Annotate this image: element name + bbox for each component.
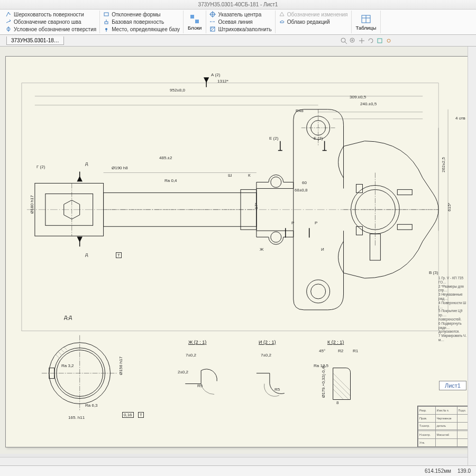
- title-bar: 373УН35.0301-40СБ-181 - Лист1: [0, 0, 476, 10]
- svg-point-26: [387, 39, 390, 42]
- drawing-notes: 1 Гр. V - КП 735 ГО… 2 *Размеры для спр……: [438, 276, 470, 342]
- status-bar: 614.152мм 139.0: [0, 465, 476, 476]
- dim-k-r2: R1: [353, 349, 358, 353]
- dim-k-r1: R2: [338, 349, 343, 353]
- cloud-icon: [279, 19, 285, 25]
- zoom-window-icon[interactable]: [349, 37, 356, 44]
- dim-dd-datum: Т: [138, 412, 144, 418]
- svg-point-5: [105, 28, 107, 30]
- dim-h615: 615*: [447, 203, 452, 211]
- svg-rect-49: [397, 189, 412, 195]
- ref-I: И: [321, 247, 324, 252]
- label-Zh: Ж (2 : 1): [188, 340, 206, 345]
- svg-line-14: [210, 27, 215, 31]
- svg-rect-27: [22, 83, 438, 331]
- pan-icon[interactable]: [358, 37, 365, 44]
- svg-line-85: [333, 379, 351, 396]
- ribbon-group-annotations: Шероховатость поверхности Обозначение св…: [2, 11, 100, 33]
- ref-B: В (3): [429, 270, 438, 275]
- ribbon-blocks[interactable]: Блоки: [184, 11, 207, 33]
- ribbon-change-mark[interactable]: Обозначение изменения: [278, 11, 349, 18]
- ref-A: А (2): [211, 72, 220, 77]
- vertical-scrollbar[interactable]: [468, 47, 476, 465]
- ribbon-hole[interactable]: Условное обозначение отверстия: [4, 25, 97, 33]
- dim-i-r: R5: [274, 387, 280, 392]
- horizontal-scrollbar[interactable]: [0, 457, 468, 465]
- main-drawing: [6, 57, 470, 447]
- dim-dia: Ø190 h8: [112, 166, 128, 170]
- ref-T: Т: [116, 252, 122, 258]
- ribbon-center-mark[interactable]: Указатель центра: [208, 11, 272, 18]
- ribbon-roughness[interactable]: Шероховатость поверхности: [4, 11, 97, 18]
- dim-dd-d1: Ø156 h17: [118, 356, 123, 375]
- sheet-tab[interactable]: Лист1: [439, 381, 466, 390]
- svg-rect-3: [105, 22, 108, 24]
- zoom-fit-icon[interactable]: [340, 37, 347, 44]
- dim-h262: 262±2,5: [441, 157, 446, 172]
- svg-line-84: [333, 373, 351, 391]
- svg-marker-57: [78, 177, 82, 181]
- dim-right1: 309.±0,5: [350, 95, 366, 99]
- dim-k-w: 8: [336, 400, 338, 405]
- ribbon-datum-location[interactable]: Место, определяющее базу: [102, 25, 181, 33]
- view-icons: [340, 37, 392, 44]
- page-tab[interactable]: 373УН35.0301-18…: [6, 36, 64, 45]
- axis-icon: [209, 19, 216, 25]
- ribbon-weld[interactable]: Обозначение сварного шва: [4, 18, 97, 25]
- dim-right2: 240.±0,5: [360, 102, 377, 106]
- svg-line-21: [345, 42, 347, 44]
- drawing-canvas[interactable]: 1312* 952±8,0 309.±0,5 240.±0,5 R48 485.…: [0, 47, 476, 454]
- ribbon-base-surface[interactable]: Базовая поверхность: [102, 18, 181, 25]
- weld-icon: [5, 19, 12, 25]
- dim-r48: R48: [296, 108, 304, 113]
- dim-mid: 485.±2: [159, 155, 172, 160]
- dim-dd-gd: 0,16: [122, 412, 134, 418]
- hole-icon: [5, 26, 12, 32]
- roughness-icon: [5, 11, 12, 17]
- dim-zh-b: 2±0,2: [178, 370, 188, 374]
- dim-tol: 17*: [254, 203, 259, 209]
- status-coord1: 614.152мм: [425, 468, 451, 474]
- label-DD: Д-Д: [64, 315, 72, 320]
- ribbon-centerline[interactable]: Осевая линия: [208, 18, 272, 25]
- svg-point-38: [271, 232, 281, 242]
- dim-dd-ra1: Ra 3,2: [61, 363, 74, 368]
- svg-rect-2: [104, 13, 108, 16]
- ref-D1: Д: [85, 161, 88, 166]
- svg-line-15: [210, 27, 213, 29]
- dim-k-d: Ø179.+0,32(-0,4): [321, 365, 326, 398]
- svg-marker-55: [204, 78, 208, 82]
- ribbon-revision-cloud[interactable]: Облако редакций: [278, 18, 349, 25]
- datum-icon: [103, 26, 109, 32]
- center-icon: [209, 11, 216, 17]
- ref-E1: Е (2): [269, 136, 278, 141]
- ref-D2: Д: [85, 252, 88, 257]
- svg-rect-50: [397, 224, 412, 230]
- ribbon-form-deviation[interactable]: Отклонение формы: [102, 11, 181, 18]
- svg-marker-16: [280, 12, 284, 16]
- ribbon-group-revision: Обозначение изменения Облако редакций: [276, 11, 352, 33]
- drawing-sheet: 1312* 952±8,0 309.±0,5 240.±0,5 R48 485.…: [5, 56, 471, 447]
- svg-point-43: [307, 280, 330, 303]
- view-toolbar: 373УН35.0301-18…: [0, 35, 476, 47]
- ref-Zh: Ж: [260, 247, 263, 252]
- ref-P1: Р: [291, 221, 294, 225]
- dim-ra: Ra 0,4: [164, 178, 177, 183]
- dim-overall: 1312*: [217, 79, 228, 84]
- title-block: Разр.Изм.№ п.Подп. Пров.Чертежное Т.конт…: [417, 406, 470, 447]
- ribbon-group-form: Отклонение формы Базовая поверхность Мес…: [100, 11, 184, 33]
- ribbon-hatch[interactable]: Штриховка/заполнить: [208, 25, 272, 33]
- rotate-icon[interactable]: [367, 37, 374, 44]
- dim-k-ang: 45°: [319, 349, 325, 353]
- svg-rect-7: [190, 15, 194, 19]
- svg-rect-51: [370, 234, 380, 260]
- blocks-icon: [189, 13, 200, 25]
- settings-icon[interactable]: [385, 37, 392, 44]
- view-cube-icon[interactable]: [376, 37, 383, 44]
- dim-left-dia: Ø180 h17: [30, 195, 34, 214]
- svg-point-44: [311, 284, 326, 299]
- ribbon-tables[interactable]: Таблицы: [352, 11, 381, 33]
- dim-dd-ra2: Ra 6,3: [85, 403, 98, 408]
- dim-small1: 60: [302, 180, 307, 185]
- svg-point-20: [341, 38, 345, 42]
